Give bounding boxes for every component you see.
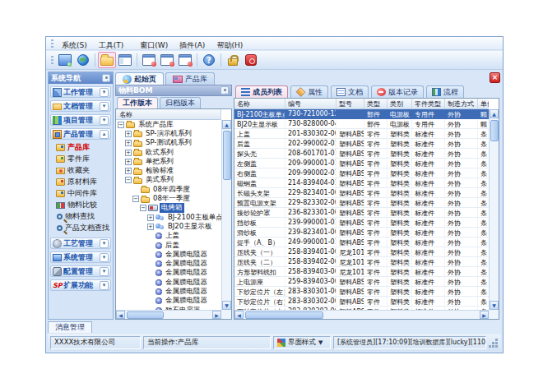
tree-node[interactable]: +欧式系列 (116, 148, 221, 157)
tree-vertical-scrollbar[interactable]: ▲ ▼ (221, 120, 231, 310)
tree-node[interactable]: +单把系列 (116, 157, 221, 166)
tab-版本记录[interactable]: 版本记录 (371, 85, 424, 98)
tree-node[interactable]: 金属膜电阻器 (116, 250, 221, 259)
nav-group-header[interactable]: 文档管理▾ (50, 100, 111, 112)
column-header-零件类型[interactable]: 零件类型 (412, 99, 445, 109)
tab-流程[interactable]: 流程 (426, 85, 464, 98)
table-row[interactable]: 挡纱板239-990001-01I塑料ABS零件塑料类标准件外协条 (234, 218, 489, 228)
tree-node[interactable]: −电烤箱 (116, 204, 221, 213)
scroll-left-icon[interactable]: ◀ (116, 311, 125, 319)
expand-icon[interactable]: + (147, 224, 154, 230)
tree-horizontal-scrollbar[interactable]: ◀ ▶ (116, 310, 221, 319)
menu-item[interactable]: 工具(T) (93, 40, 130, 50)
tree-node[interactable]: +BJ20主显示板 (116, 222, 221, 231)
scroll-thumb[interactable] (245, 311, 323, 319)
tree-node[interactable]: 金属膜电阻器 (116, 259, 221, 268)
scroll-down-icon[interactable]: ▼ (490, 301, 499, 310)
toolbar-grip[interactable] (51, 56, 53, 64)
sidebar-item-物料查找[interactable]: 物料查找 (53, 210, 111, 222)
sidebar-item-中间件库[interactable]: 中间件库 (53, 187, 111, 199)
tree-node[interactable]: −08年一季度 (116, 194, 221, 203)
ui-style-dropdown[interactable]: 界面样式 ▼ (273, 336, 331, 349)
scroll-right-icon[interactable]: ▶ (480, 311, 489, 319)
chevron-down-icon[interactable]: ▾ (100, 88, 109, 97)
expand-icon[interactable]: + (125, 159, 132, 165)
column-header-型号[interactable]: 型号 (336, 99, 364, 109)
pin-icon[interactable] (102, 74, 110, 82)
nav-group-header[interactable]: 工作管理▾ (50, 86, 111, 98)
menu-item[interactable]: 系统(S) (56, 40, 93, 50)
column-header-类型[interactable]: 类型 (364, 99, 388, 109)
tab-工作版本[interactable]: 工作版本 (117, 97, 158, 108)
resize-grip[interactable] (489, 336, 499, 349)
tab-成员列表[interactable]: 成员列表 (235, 85, 288, 98)
close-icon[interactable]: × (490, 72, 500, 83)
tree-node[interactable]: +BJ-2100主板单点 (116, 213, 221, 222)
table-row[interactable]: 长磁头支架229-823401-00I塑料ABS零件塑料类标准件外协条 (234, 188, 489, 198)
chevron-down-icon[interactable]: ▾ (100, 116, 109, 125)
scroll-thumb[interactable] (223, 131, 231, 180)
tab-产品库[interactable]: 产品库 (165, 72, 215, 85)
tree-node[interactable]: 金属膜电阻器 (116, 278, 221, 287)
nav-group-header[interactable]: 工艺管理▾ (50, 238, 111, 249)
lock-button[interactable] (224, 52, 242, 68)
scroll-down-icon[interactable]: ▼ (222, 301, 231, 310)
collapse-icon[interactable]: − (125, 177, 132, 183)
tree-node[interactable]: 后盖 (116, 241, 221, 250)
scroll-up-icon[interactable]: ▲ (490, 109, 499, 118)
table-row[interactable]: 方形塑料线扣258-839403-00I尼龙1010零件塑料类标准件外协条 (234, 267, 489, 277)
column-header-类别[interactable]: 类别 (388, 99, 412, 109)
tree-node[interactable]: +检验标准 (116, 166, 221, 175)
tab-归档版本[interactable]: 归档版本 (160, 97, 201, 108)
table-horizontal-scrollbar[interactable]: ◀ ▶ (234, 310, 489, 319)
screen-button[interactable] (56, 52, 74, 68)
menu-item[interactable]: 窗口(W) (134, 40, 174, 50)
tree-column-header[interactable]: 名称 (116, 109, 221, 120)
nav-group-header[interactable]: 系统管理▾ (50, 251, 111, 263)
tree-node[interactable]: 金属膜电阻器 (116, 269, 221, 278)
table-row[interactable]: 预置电源支架229-823302-00I塑料ABS零件塑料类标准件外协条 (234, 198, 489, 208)
menu-item[interactable]: 帮助(H) (211, 40, 248, 50)
tree-node[interactable]: 金属膜电阻器 (116, 297, 221, 306)
table-row[interactable]: BJ-2100主板单点730-721000-12I部件电源板专用件外协颗 (234, 109, 489, 119)
collapse-icon[interactable]: − (118, 122, 124, 128)
chevron-down-icon[interactable]: ▾ (100, 102, 109, 111)
exit-button[interactable] (242, 52, 260, 68)
scroll-thumb[interactable] (490, 120, 499, 141)
expand-icon[interactable]: + (125, 140, 132, 146)
table-row[interactable]: 上电源座259-839403-00I塑料ABS零件塑料类标准件外协条 (234, 277, 489, 287)
table-row[interactable]: 滑纱板239-823401-00I塑料ABS零件塑料类标准件外协条 (234, 228, 489, 238)
nav-group-header[interactable]: 配置管理▾ (50, 265, 111, 277)
chevron-down-icon[interactable]: ▾ (100, 253, 109, 262)
sidebar-item-产品文档查找[interactable]: 产品文档查找 (53, 222, 111, 233)
table-row[interactable]: 接纱轮护罩236-823301-00I塑料ABS零件塑料类标准件外协条 (234, 208, 489, 218)
menu-item[interactable]: 插件(A) (174, 40, 211, 50)
table-row[interactable]: 左侧盖209-990001-01I塑料ABS零件塑料类标准件外协条 (234, 159, 489, 168)
table-row[interactable]: BJ20主显示板730-828000-04I部件电源板专用件外协颗 (234, 119, 489, 129)
expand-icon[interactable]: + (125, 168, 132, 174)
table-row[interactable]: 右侧盖209-990002-01I塑料ABS零件塑料类标准件外协条 (234, 168, 489, 178)
column-header-编号[interactable]: 编号 (285, 99, 336, 109)
sidebar-item-收藏夹[interactable]: 收藏夹 (53, 164, 111, 176)
scroll-right-icon[interactable]: ▶ (212, 311, 221, 319)
scroll-left-icon[interactable]: ◀ (234, 311, 244, 319)
table-vertical-scrollbar[interactable]: ▲ ▼ (489, 109, 499, 310)
chevron-up-icon[interactable]: ▴ (100, 130, 109, 139)
chevron-down-icon[interactable]: ▾ (100, 267, 109, 276)
help-button[interactable] (200, 52, 218, 68)
expand-icon[interactable]: + (147, 214, 154, 221)
window-export-button[interactable] (176, 52, 194, 68)
table-row[interactable]: 磁钢盖214-839404-01I塑料ABS零件塑料类标准件外协条 (234, 178, 489, 188)
tree-node[interactable]: −系统产品库 (116, 120, 221, 129)
tree-node[interactable]: −美式系列 (116, 176, 221, 185)
table-row[interactable]: 压线夹（一）258-839401-00I尼龙1010零件塑料类标准件外协条 (234, 247, 489, 257)
chevron-down-icon[interactable]: ▾ (100, 239, 109, 248)
tab-属性[interactable]: 属性 (290, 85, 328, 98)
table-row[interactable]: 提手（A、B）249-990001-01I塑料ABS零件塑料类标准件外协条 (234, 238, 489, 247)
table-row[interactable]: 后盖202-990002-01I塑料ABS零件塑料类标准件外协条 (234, 139, 489, 149)
scroll-thumb[interactable] (127, 311, 164, 319)
collapse-icon[interactable]: − (132, 196, 139, 202)
window-close-button[interactable] (140, 52, 158, 68)
nav-group-header[interactable]: 产品管理▴ (50, 128, 111, 140)
nav-group-header[interactable]: SP扩展功能▾ (50, 279, 111, 291)
